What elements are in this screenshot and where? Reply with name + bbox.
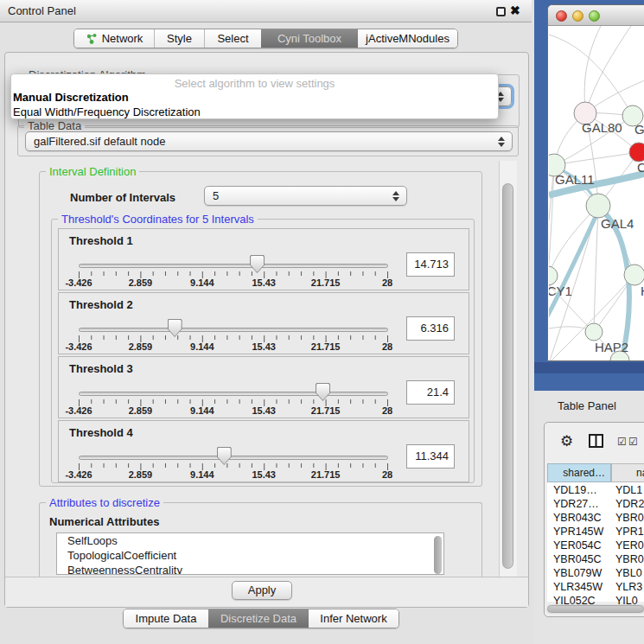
cell-shared-name[interactable]: YDR27… <box>553 498 599 510</box>
cell-shared-name[interactable]: YPR145W <box>553 526 603 538</box>
network-edge[interactable] <box>549 165 554 276</box>
tab-infer-network-label: Infer Network <box>320 612 386 625</box>
minimize-traffic-light-icon[interactable] <box>572 10 583 22</box>
close-traffic-light-icon[interactable] <box>556 10 567 22</box>
number-of-intervals-combo[interactable]: 5 <box>204 186 407 206</box>
table-row[interactable]: YBR043CYBR0 <box>547 512 644 526</box>
table-toolbar: ⚙ ☑ ☑ <box>545 423 644 461</box>
window-shadow <box>534 362 644 373</box>
table-hscrollbar-thumb[interactable] <box>547 605 644 613</box>
table-data-combo[interactable]: galFiltered.sif default node <box>25 131 513 151</box>
float-window-icon[interactable] <box>496 7 506 16</box>
network-edge[interactable] <box>594 206 598 332</box>
column-header-shared-[interactable]: shared… <box>547 463 611 482</box>
axis-tick-label: 28 <box>382 341 392 352</box>
network-graph: GAL80GACGAL11GAL4GCY1HHAP2 <box>549 26 644 361</box>
interval-definition-label: Interval Definition <box>46 165 139 178</box>
threshold-panel: Threshold 2 6.316 -3.4262.8599.14415.432… <box>58 292 469 354</box>
tab-select[interactable]: Select <box>204 29 261 48</box>
network-edge[interactable] <box>585 26 631 113</box>
cell-shared-name[interactable]: YBL079W <box>553 567 602 579</box>
threshold-value-input[interactable]: 14.713 <box>406 252 455 277</box>
network-node-c[interactable] <box>629 143 644 162</box>
node-label: HAP2 <box>595 340 628 354</box>
cell-name[interactable]: YBR0 <box>615 553 644 565</box>
threshold-value-input[interactable]: 6.316 <box>406 316 455 341</box>
attribute-item-betweennesscentrality[interactable]: BetweennessCentrality <box>57 563 443 575</box>
cell-shared-name[interactable]: YBR045C <box>553 553 602 565</box>
threshold-slider-track[interactable] <box>79 328 388 332</box>
table-row[interactable]: YPR145WYPR1 <box>547 526 644 539</box>
checkbox-icon[interactable]: ☑ <box>617 436 627 448</box>
zoom-traffic-light-icon[interactable] <box>589 10 600 22</box>
table-row[interactable]: YBL079WYBL0 <box>547 567 644 581</box>
cell-name[interactable]: YER0 <box>615 539 644 552</box>
threshold-panel: Threshold 3 21.4 -3.4262.8599.14415.4321… <box>58 356 469 418</box>
table-row[interactable]: YER054CYER0 <box>547 539 644 553</box>
network-edge[interactable] <box>584 26 601 113</box>
cell-name[interactable]: YDR2 <box>615 498 644 510</box>
threshold-value-input[interactable]: 21.4 <box>406 380 455 405</box>
threshold-slider-thumb[interactable] <box>316 383 330 401</box>
threshold-slider-track[interactable] <box>79 456 388 460</box>
tab-style[interactable]: Style <box>154 29 204 48</box>
cell-name[interactable]: YDL1 <box>615 484 642 496</box>
network-window-titlebar[interactable] <box>548 5 644 26</box>
interval-definition-group: Interval Definition Number of Intervals … <box>39 171 482 487</box>
checkbox-icon[interactable]: ☑ <box>628 436 638 448</box>
popup-item-equal-width-frequency-discretization[interactable]: Equal Width/Frequency Discretization <box>13 105 201 118</box>
threshold-slider-thumb[interactable] <box>217 447 232 465</box>
network-canvas[interactable]: GAL80GACGAL11GAL4GCY1HHAP2 <box>549 26 644 361</box>
attribute-item-selfloops[interactable]: SelfLoops <box>57 533 443 548</box>
network-node-h[interactable] <box>624 265 644 285</box>
numerical-attributes-label: Numerical Attributes <box>49 515 159 528</box>
threshold-slider-thumb[interactable] <box>250 255 265 273</box>
axis-tick-label: 28 <box>382 277 392 288</box>
table-data-group: Table Data galFiltered.sif default node <box>17 125 519 156</box>
panel-scrollbar-thumb[interactable] <box>502 183 513 569</box>
cell-name[interactable]: YLR3 <box>615 581 642 593</box>
gear-icon[interactable]: ⚙ <box>560 432 573 450</box>
cell-shared-name[interactable]: YDL19… <box>553 484 597 496</box>
attribute-item-topologicalcoefficient[interactable]: TopologicalCoefficient <box>57 548 443 563</box>
network-node-hap2[interactable] <box>585 323 603 341</box>
cell-name[interactable]: YBL0 <box>615 567 642 579</box>
tab-impute-data[interactable]: Impute Data <box>124 609 208 628</box>
axis-tick-label: 2.859 <box>129 469 153 480</box>
network-edge[interactable] <box>549 209 599 320</box>
tab-network[interactable]: Network <box>74 29 154 48</box>
table-row[interactable]: YDR27…YDR2 <box>547 498 644 512</box>
numerical-attributes-list[interactable]: SelfLoopsTopologicalCoefficientBetweenne… <box>56 532 444 575</box>
bottom-tab-bar: Impute DataDiscretize DataInfer Network <box>123 609 399 628</box>
threshold-value-input[interactable]: 11.344 <box>406 444 455 469</box>
popup-item-manual-discretization[interactable]: Manual Discretization <box>13 91 129 104</box>
apply-button[interactable]: Apply <box>232 581 292 600</box>
cell-shared-name[interactable]: YER054C <box>553 539 602 552</box>
tab-infer-network[interactable]: Infer Network <box>309 609 399 628</box>
table-row[interactable]: YBR045CYBR0 <box>547 553 644 567</box>
list-scrollbar[interactable] <box>434 536 442 574</box>
network-node-gal4[interactable] <box>586 194 610 218</box>
slider-ticks <box>79 463 389 471</box>
threshold-slider-thumb[interactable] <box>168 319 182 337</box>
close-icon[interactable]: ✖ <box>510 3 520 17</box>
threshold-slider-track[interactable] <box>79 392 388 396</box>
table-panel-inner: ⚙ ☑ ☑ shared…na YDL19…YDL1YDR27…YDR2YBR0… <box>544 422 644 617</box>
cell-name[interactable]: YBR0 <box>615 512 644 524</box>
threshold-slider-track[interactable] <box>79 264 388 268</box>
table-row[interactable]: YDL19…YDL1 <box>547 484 644 498</box>
top-tab-bar: NetworkStyleSelectCyni ToolboxjActiveMNo… <box>73 29 458 48</box>
tab-cyni-toolbox[interactable]: Cyni Toolbox <box>261 29 358 48</box>
cell-shared-name[interactable]: YBR043C <box>553 512 602 524</box>
cell-name[interactable]: YPR1 <box>615 526 644 538</box>
tab-discretize-data[interactable]: Discretize Data <box>208 609 309 628</box>
cell-shared-name[interactable]: YLR345W <box>553 581 603 593</box>
column-header-na[interactable]: na <box>611 463 644 482</box>
table-row[interactable]: YLR345WYLR3 <box>547 581 644 595</box>
axis-tick-label: 28 <box>382 405 392 416</box>
network-node-gcy1[interactable] <box>549 266 558 285</box>
slider-ticks <box>79 271 389 279</box>
split-columns-icon[interactable] <box>589 434 603 450</box>
table-hscrollbar-track[interactable] <box>546 604 644 614</box>
tab-jactivemnodules[interactable]: jActiveMNodules <box>358 29 457 48</box>
